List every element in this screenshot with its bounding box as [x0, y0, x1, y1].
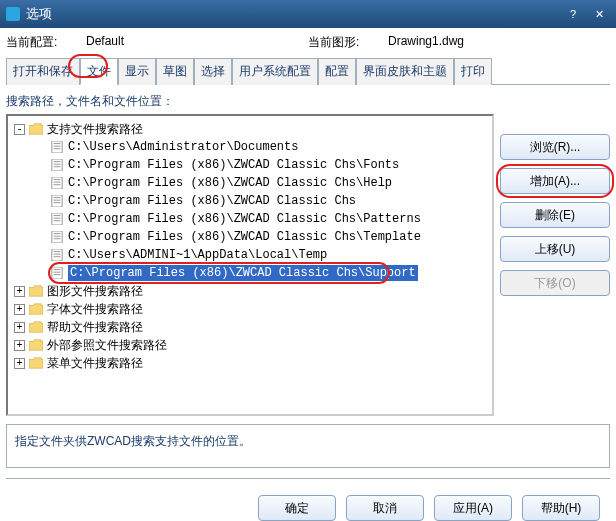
tree-sibling-2[interactable]: +帮助文件搜索路径 — [10, 318, 490, 336]
tree-sibling-4[interactable]: +菜单文件搜索路径 — [10, 354, 490, 372]
tree-view[interactable]: -支持文件搜索路径C:\Users\Administrator\Document… — [6, 114, 494, 416]
description-box: 指定文件夹供ZWCAD搜索支持文件的位置。 — [6, 424, 610, 468]
add-button[interactable]: 增加(A)... — [500, 168, 610, 194]
folder-icon — [29, 339, 43, 351]
tab-3[interactable]: 草图 — [156, 58, 194, 85]
svg-rect-0 — [52, 141, 62, 153]
tree-item-label: C:\Program Files (x86)\ZWCAD Classic Chs… — [68, 230, 421, 244]
file-icon — [50, 177, 64, 189]
tab-2[interactable]: 显示 — [118, 58, 156, 85]
browse-button[interactable]: 浏览(R)... — [500, 134, 610, 160]
move-down-button: 下移(O) — [500, 270, 610, 296]
file-icon — [50, 267, 64, 279]
tree-sibling-1[interactable]: +字体文件搜索路径 — [10, 300, 490, 318]
tree-path-2[interactable]: C:\Program Files (x86)\ZWCAD Classic Chs… — [10, 174, 490, 192]
drawing-label: 当前图形: — [308, 34, 388, 51]
tree-path-4[interactable]: C:\Program Files (x86)\ZWCAD Classic Chs… — [10, 210, 490, 228]
tree-path-3[interactable]: C:\Program Files (x86)\ZWCAD Classic Chs — [10, 192, 490, 210]
tree-item-label: 字体文件搜索路径 — [47, 301, 143, 318]
tree-path-6[interactable]: C:\Users\ADMINI~1\AppData\Local\Temp — [10, 246, 490, 264]
tree-item-label: C:\Users\ADMINI~1\AppData\Local\Temp — [68, 248, 327, 262]
expand-icon[interactable]: + — [14, 358, 25, 369]
expand-icon[interactable]: + — [14, 322, 25, 333]
tree-item-label: C:\Users\Administrator\Documents — [68, 140, 298, 154]
config-label: 当前配置: — [6, 34, 86, 51]
tree-item-label: C:\Program Files (x86)\ZWCAD Classic Chs… — [68, 265, 418, 281]
drawing-value: Drawing1.dwg — [388, 34, 610, 51]
svg-rect-16 — [52, 213, 62, 225]
tab-8[interactable]: 打印 — [454, 58, 492, 85]
tree-item-label: C:\Program Files (x86)\ZWCAD Classic Chs — [68, 194, 356, 208]
file-icon — [50, 195, 64, 207]
folder-icon — [29, 285, 43, 297]
tree-root[interactable]: -支持文件搜索路径 — [10, 120, 490, 138]
tree-item-label: 支持文件搜索路径 — [47, 121, 143, 138]
description-text: 指定文件夹供ZWCAD搜索支持文件的位置。 — [15, 434, 251, 448]
close-icon[interactable]: ✕ — [588, 5, 610, 23]
tab-bar: 打开和保存文件显示草图选择用户系统配置配置界面皮肤和主题打印 — [6, 57, 610, 85]
tab-5[interactable]: 用户系统配置 — [232, 58, 318, 85]
folder-icon — [29, 303, 43, 315]
folder-icon — [29, 123, 43, 135]
tree-path-5[interactable]: C:\Program Files (x86)\ZWCAD Classic Chs… — [10, 228, 490, 246]
tree-item-label: 图形文件搜索路径 — [47, 283, 143, 300]
folder-icon — [29, 321, 43, 333]
svg-rect-24 — [52, 249, 62, 261]
file-icon — [50, 231, 64, 243]
tree-path-7[interactable]: C:\Program Files (x86)\ZWCAD Classic Chs… — [10, 264, 490, 282]
window-title: 选项 — [26, 5, 52, 23]
tree-path-1[interactable]: C:\Program Files (x86)\ZWCAD Classic Chs… — [10, 156, 490, 174]
file-icon — [50, 213, 64, 225]
folder-icon — [29, 357, 43, 369]
tree-sibling-3[interactable]: +外部参照文件搜索路径 — [10, 336, 490, 354]
tree-item-label: C:\Program Files (x86)\ZWCAD Classic Chs… — [68, 212, 421, 226]
help-button[interactable]: 帮助(H) — [522, 495, 600, 521]
ok-button[interactable]: 确定 — [258, 495, 336, 521]
tree-item-label: C:\Program Files (x86)\ZWCAD Classic Chs… — [68, 158, 399, 172]
file-icon — [50, 249, 64, 261]
help-icon[interactable]: ? — [562, 5, 584, 23]
svg-rect-20 — [52, 231, 62, 243]
tab-4[interactable]: 选择 — [194, 58, 232, 85]
tab-0[interactable]: 打开和保存 — [6, 58, 80, 85]
section-label: 搜索路径，文件名和文件位置： — [6, 93, 610, 110]
svg-rect-4 — [52, 159, 62, 171]
tree-item-label: 菜单文件搜索路径 — [47, 355, 143, 372]
apply-button[interactable]: 应用(A) — [434, 495, 512, 521]
config-value: Default — [86, 34, 308, 51]
cancel-button[interactable]: 取消 — [346, 495, 424, 521]
file-icon — [50, 159, 64, 171]
tree-item-label: C:\Program Files (x86)\ZWCAD Classic Chs… — [68, 176, 392, 190]
tree-item-label: 外部参照文件搜索路径 — [47, 337, 167, 354]
expand-icon[interactable]: + — [14, 304, 25, 315]
title-bar: 选项 ? ✕ — [0, 0, 616, 28]
svg-rect-28 — [52, 267, 62, 279]
collapse-icon[interactable]: - — [14, 124, 25, 135]
move-up-button[interactable]: 上移(U) — [500, 236, 610, 262]
expand-icon[interactable]: + — [14, 340, 25, 351]
remove-button[interactable]: 删除(E) — [500, 202, 610, 228]
svg-rect-12 — [52, 195, 62, 207]
tab-1[interactable]: 文件 — [80, 58, 118, 85]
tree-item-label: 帮助文件搜索路径 — [47, 319, 143, 336]
tab-6[interactable]: 配置 — [318, 58, 356, 85]
tree-path-0[interactable]: C:\Users\Administrator\Documents — [10, 138, 490, 156]
expand-icon[interactable]: + — [14, 286, 25, 297]
tab-7[interactable]: 界面皮肤和主题 — [356, 58, 454, 85]
file-icon — [50, 141, 64, 153]
app-icon — [6, 7, 20, 21]
svg-rect-8 — [52, 177, 62, 189]
tree-sibling-0[interactable]: +图形文件搜索路径 — [10, 282, 490, 300]
